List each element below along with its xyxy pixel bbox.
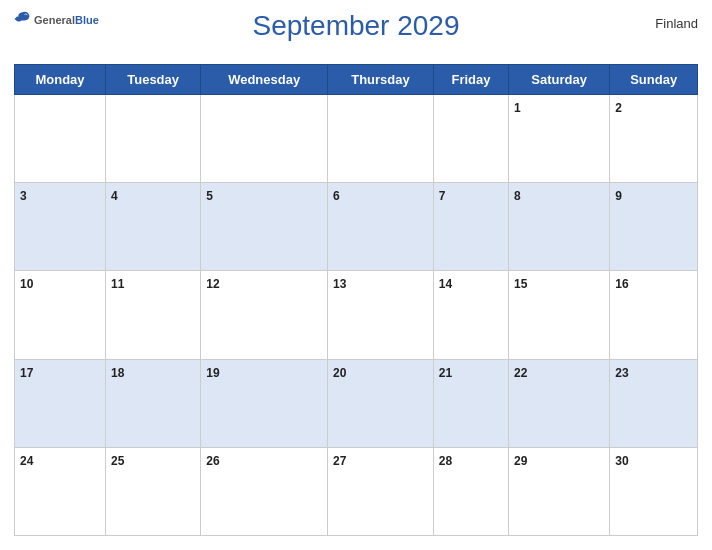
date-number: 24 <box>20 454 33 468</box>
calendar-cell: 18 <box>106 359 201 447</box>
date-number: 6 <box>333 189 340 203</box>
country-label: Finland <box>655 16 698 31</box>
date-number: 11 <box>111 277 124 291</box>
calendar-cell: 24 <box>15 447 106 535</box>
date-number: 27 <box>333 454 346 468</box>
weekday-monday: Monday <box>15 65 106 95</box>
week-row-1: 12 <box>15 95 698 183</box>
calendar-cell: 2 <box>610 95 698 183</box>
calendar-cell: 22 <box>509 359 610 447</box>
calendar-cell: 7 <box>433 183 508 271</box>
date-number: 10 <box>20 277 33 291</box>
calendar-cell: 8 <box>509 183 610 271</box>
date-number: 5 <box>206 189 213 203</box>
date-number: 20 <box>333 366 346 380</box>
calendar-cell: 12 <box>201 271 328 359</box>
weekday-header-row: Monday Tuesday Wednesday Thursday Friday… <box>15 65 698 95</box>
date-number: 30 <box>615 454 628 468</box>
week-row-2: 3456789 <box>15 183 698 271</box>
weekday-tuesday: Tuesday <box>106 65 201 95</box>
logo-bird-icon <box>14 10 32 28</box>
date-number: 21 <box>439 366 452 380</box>
date-number: 12 <box>206 277 219 291</box>
date-number: 1 <box>514 101 521 115</box>
date-number: 3 <box>20 189 27 203</box>
calendar-cell: 17 <box>15 359 106 447</box>
date-number: 17 <box>20 366 33 380</box>
calendar-cell: 27 <box>328 447 434 535</box>
weekday-wednesday: Wednesday <box>201 65 328 95</box>
calendar-cell: 21 <box>433 359 508 447</box>
calendar-container: GeneralBlue September 2029 Finland Monda… <box>0 0 712 550</box>
week-row-3: 10111213141516 <box>15 271 698 359</box>
week-row-5: 24252627282930 <box>15 447 698 535</box>
calendar-header: GeneralBlue September 2029 Finland <box>14 10 698 60</box>
calendar-cell: 19 <box>201 359 328 447</box>
calendar-cell: 14 <box>433 271 508 359</box>
calendar-cell <box>201 95 328 183</box>
calendar-cell: 9 <box>610 183 698 271</box>
calendar-cell: 29 <box>509 447 610 535</box>
week-row-4: 17181920212223 <box>15 359 698 447</box>
calendar-cell <box>106 95 201 183</box>
calendar-cell: 1 <box>509 95 610 183</box>
weekday-saturday: Saturday <box>509 65 610 95</box>
calendar-cell <box>433 95 508 183</box>
logo: GeneralBlue <box>14 10 99 28</box>
calendar-cell: 15 <box>509 271 610 359</box>
weekday-friday: Friday <box>433 65 508 95</box>
date-number: 26 <box>206 454 219 468</box>
calendar-cell: 20 <box>328 359 434 447</box>
date-number: 16 <box>615 277 628 291</box>
date-number: 13 <box>333 277 346 291</box>
calendar-cell: 10 <box>15 271 106 359</box>
date-number: 2 <box>615 101 622 115</box>
calendar-cell <box>15 95 106 183</box>
date-number: 8 <box>514 189 521 203</box>
calendar-title: September 2029 <box>252 10 459 42</box>
date-number: 23 <box>615 366 628 380</box>
calendar-cell: 25 <box>106 447 201 535</box>
logo-general: General <box>34 14 75 26</box>
date-number: 18 <box>111 366 124 380</box>
date-number: 22 <box>514 366 527 380</box>
calendar-cell: 4 <box>106 183 201 271</box>
date-number: 15 <box>514 277 527 291</box>
date-number: 29 <box>514 454 527 468</box>
calendar-cell: 30 <box>610 447 698 535</box>
calendar-cell <box>328 95 434 183</box>
date-number: 9 <box>615 189 622 203</box>
weekday-sunday: Sunday <box>610 65 698 95</box>
calendar-table: Monday Tuesday Wednesday Thursday Friday… <box>14 64 698 536</box>
date-number: 4 <box>111 189 118 203</box>
date-number: 28 <box>439 454 452 468</box>
date-number: 14 <box>439 277 452 291</box>
calendar-cell: 11 <box>106 271 201 359</box>
calendar-cell: 26 <box>201 447 328 535</box>
weekday-thursday: Thursday <box>328 65 434 95</box>
date-number: 7 <box>439 189 446 203</box>
date-number: 25 <box>111 454 124 468</box>
calendar-body: 1234567891011121314151617181920212223242… <box>15 95 698 536</box>
calendar-cell: 3 <box>15 183 106 271</box>
date-number: 19 <box>206 366 219 380</box>
logo-blue: Blue <box>75 14 99 26</box>
calendar-cell: 16 <box>610 271 698 359</box>
calendar-cell: 13 <box>328 271 434 359</box>
calendar-cell: 5 <box>201 183 328 271</box>
logo-text: GeneralBlue <box>34 10 99 28</box>
calendar-cell: 28 <box>433 447 508 535</box>
calendar-cell: 6 <box>328 183 434 271</box>
calendar-cell: 23 <box>610 359 698 447</box>
